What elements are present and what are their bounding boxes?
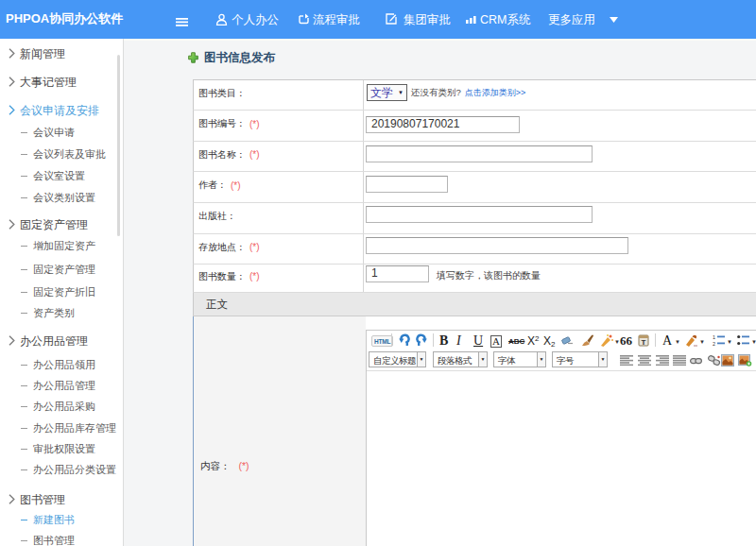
svg-text:1: 1 bbox=[713, 334, 715, 340]
svg-text:T: T bbox=[642, 338, 646, 347]
svg-text:2: 2 bbox=[713, 341, 715, 347]
